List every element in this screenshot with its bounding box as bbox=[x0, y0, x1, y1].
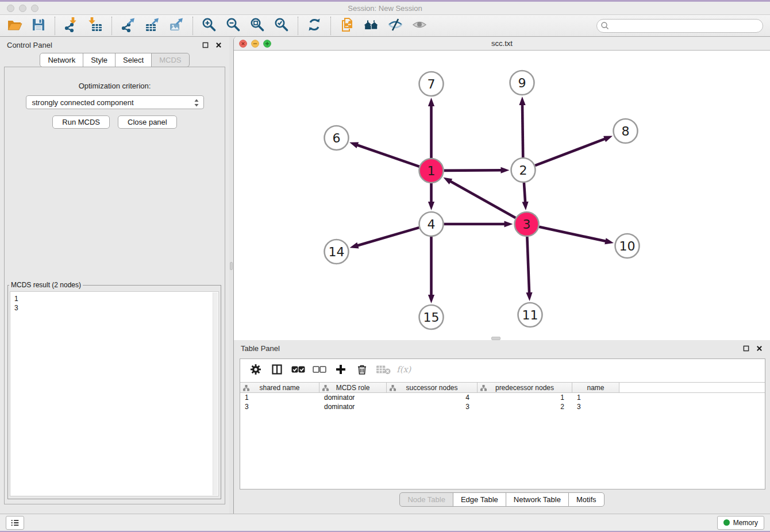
add-column-button[interactable] bbox=[330, 361, 351, 380]
table-cell[interactable]: dominator bbox=[319, 394, 387, 402]
open-session-button[interactable] bbox=[2, 16, 26, 36]
tab-style[interactable]: Style bbox=[83, 53, 116, 67]
graph-edge-3-11[interactable] bbox=[527, 237, 529, 294]
refresh-layout-button[interactable] bbox=[302, 16, 326, 36]
graph-node-label: 14 bbox=[329, 245, 345, 259]
mcds-result-legend: MCDS result (2 nodes) bbox=[9, 281, 83, 289]
import-table-button[interactable] bbox=[83, 16, 107, 36]
edge-arrowhead bbox=[428, 295, 434, 303]
control-panel-title: Control Panel bbox=[7, 41, 52, 49]
list-icon bbox=[10, 518, 20, 528]
houses-icon bbox=[363, 17, 379, 35]
export-table-button[interactable] bbox=[140, 16, 164, 36]
magnifier-check-icon bbox=[274, 17, 290, 35]
settings-button[interactable] bbox=[245, 361, 266, 380]
tab-select[interactable]: Select bbox=[115, 53, 152, 67]
zoom-fit-button[interactable] bbox=[245, 16, 270, 36]
table-cell[interactable]: 1 bbox=[478, 394, 572, 402]
graph-edge-3-10[interactable] bbox=[539, 227, 607, 242]
graph-edge-2-3[interactable] bbox=[524, 183, 525, 203]
graph-edge-1-2[interactable] bbox=[444, 170, 502, 171]
edge-arrowhead bbox=[428, 98, 434, 106]
hide-eye-button[interactable] bbox=[383, 16, 407, 36]
documents-share-button[interactable] bbox=[335, 16, 359, 36]
houses-button[interactable] bbox=[359, 16, 383, 36]
zoom-out-button[interactable] bbox=[221, 16, 245, 36]
mcds-result-node: 3 bbox=[10, 303, 218, 313]
column-layout-button[interactable] bbox=[266, 361, 287, 380]
network-view-window: scc.txt 7968124314101511 bbox=[233, 37, 770, 340]
tab-mcds[interactable]: MCDS bbox=[151, 53, 189, 67]
table-cell[interactable]: 1 bbox=[240, 394, 319, 402]
zoom-in-button[interactable] bbox=[197, 16, 221, 36]
table-panel: Table Panel f(x) shared nameMCDS rolesuc… bbox=[233, 340, 770, 514]
graph-node-label: 9 bbox=[518, 76, 526, 90]
checks-icon bbox=[291, 364, 305, 377]
table-cell[interactable]: 3 bbox=[572, 403, 619, 411]
table-row[interactable]: 3dominator323 bbox=[240, 402, 765, 411]
graph-node-label: 8 bbox=[622, 124, 630, 138]
mcds-result-list[interactable]: 13 bbox=[10, 291, 219, 496]
graph-edge-2-9[interactable] bbox=[522, 103, 523, 157]
graph-edge-2-8[interactable] bbox=[535, 138, 606, 165]
task-history-button[interactable] bbox=[6, 516, 24, 530]
table-cell[interactable]: 3 bbox=[387, 403, 478, 411]
result-scrollbar[interactable] bbox=[213, 292, 218, 495]
select-arrows-icon bbox=[194, 98, 199, 107]
memory-label: Memory bbox=[733, 519, 758, 527]
column-header-predecessor-nodes[interactable]: predecessor nodes bbox=[478, 383, 572, 392]
export-image-button[interactable] bbox=[164, 16, 188, 36]
graph-edge-1-6[interactable] bbox=[356, 145, 419, 167]
table-tab-network-table[interactable]: Network Table bbox=[506, 492, 569, 507]
graph-edge-4-14[interactable] bbox=[356, 228, 419, 246]
criterion-select[interactable]: strongly connected component bbox=[26, 95, 204, 109]
table-tab-motifs[interactable]: Motifs bbox=[568, 492, 605, 507]
delete-column-button[interactable] bbox=[351, 361, 372, 380]
graph-node-label: 7 bbox=[428, 77, 436, 91]
show-eye-button[interactable] bbox=[407, 16, 432, 36]
close-panel-button[interactable] bbox=[214, 41, 222, 49]
export-network-button[interactable] bbox=[116, 16, 140, 36]
table-cell[interactable]: 2 bbox=[478, 403, 572, 411]
graph-node-label: 3 bbox=[523, 217, 531, 232]
table-cell[interactable]: 4 bbox=[387, 394, 478, 402]
table-cell[interactable]: dominator bbox=[319, 403, 387, 411]
column-header-successor-nodes[interactable]: successor nodes bbox=[387, 383, 478, 392]
toolbar-separator bbox=[330, 17, 331, 35]
memory-button[interactable]: Memory bbox=[717, 516, 764, 530]
import-network-button[interactable] bbox=[59, 16, 83, 36]
hierarchy-icon bbox=[243, 385, 249, 391]
optimization-label: Optimization criterion: bbox=[5, 82, 225, 90]
column-header-name[interactable]: name bbox=[572, 383, 619, 392]
table-cell[interactable]: 3 bbox=[240, 403, 319, 411]
splitter-grip[interactable] bbox=[230, 262, 233, 270]
table-cell[interactable]: 1 bbox=[572, 394, 619, 402]
column-header-MCDS-role[interactable]: MCDS role bbox=[319, 383, 387, 392]
search-input[interactable] bbox=[596, 19, 763, 33]
deselect-all-button[interactable] bbox=[309, 361, 330, 380]
hierarchy-icon bbox=[480, 385, 487, 391]
criterion-value: strongly connected component bbox=[32, 98, 134, 107]
graph-edge-3-1[interactable] bbox=[449, 181, 515, 218]
edge-arrowhead bbox=[603, 136, 613, 142]
table-tab-node-table[interactable]: Node Table bbox=[399, 492, 453, 507]
table-tab-edge-table[interactable]: Edge Table bbox=[453, 492, 506, 507]
close-panel-action-button[interactable]: Close panel bbox=[118, 115, 177, 129]
delete-table-button bbox=[372, 361, 394, 380]
float-table-panel-button[interactable] bbox=[742, 344, 750, 352]
tab-network[interactable]: Network bbox=[40, 53, 83, 67]
select-all-button[interactable] bbox=[287, 361, 309, 380]
edge-arrowhead bbox=[505, 221, 513, 227]
vertical-splitter[interactable] bbox=[229, 37, 233, 514]
table-row[interactable]: 1dominator411 bbox=[240, 393, 765, 402]
save-session-button[interactable] bbox=[26, 16, 51, 36]
graph-node-label: 10 bbox=[619, 239, 636, 253]
run-mcds-button[interactable]: Run MCDS bbox=[52, 115, 110, 129]
edge-arrowhead bbox=[443, 178, 452, 184]
close-table-panel-button[interactable] bbox=[755, 344, 763, 352]
column-header-shared-name[interactable]: shared name bbox=[240, 383, 319, 392]
float-panel-button[interactable] bbox=[201, 41, 209, 49]
zoom-selected-button[interactable] bbox=[270, 16, 294, 36]
network-canvas[interactable]: 7968124314101511 bbox=[234, 51, 770, 340]
documents-share-icon bbox=[339, 17, 355, 35]
